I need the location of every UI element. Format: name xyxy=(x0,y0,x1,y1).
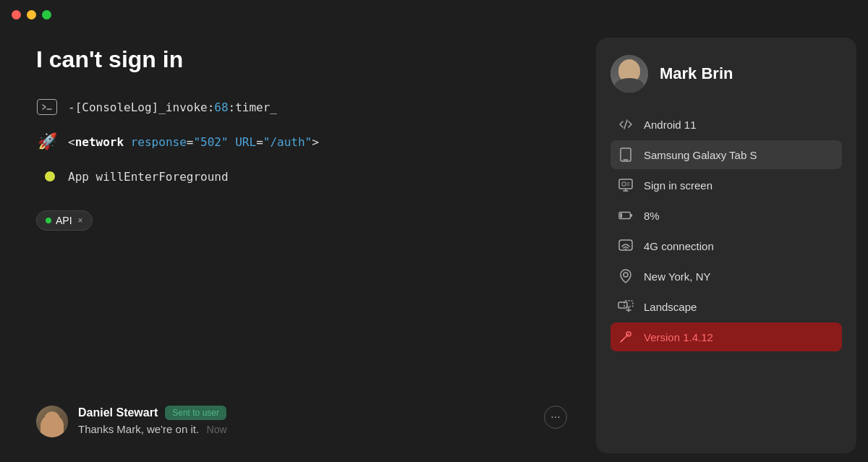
left-panel: I can't sign in -[ConsoleLog]_invoke:68:… xyxy=(0,29,596,462)
user-avatar xyxy=(610,55,648,93)
comment-actions: ··· xyxy=(544,406,567,429)
user-header: Mark Brin xyxy=(610,55,842,93)
console-icon xyxy=(36,96,58,118)
rocket-icon: 🚀 xyxy=(36,131,58,153)
comment-section: Daniel Stewart Sent to user Thanks Mark,… xyxy=(36,406,567,445)
info-row-device[interactable]: Samsung Galaxy Tab S xyxy=(610,140,842,169)
titlebar xyxy=(0,0,868,29)
info-row-connection: 4G connection xyxy=(610,231,842,260)
main-content: I can't sign in -[ConsoleLog]_invoke:68:… xyxy=(0,29,868,462)
info-row-version[interactable]: Version 1.4.12 xyxy=(610,322,842,351)
tag-label: API xyxy=(56,215,72,226)
svg-rect-12 xyxy=(620,213,622,218)
device-label: Samsung Galaxy Tab S xyxy=(644,149,757,161)
lifecycle-icon xyxy=(36,166,58,187)
sent-badge: Sent to user xyxy=(165,406,226,420)
more-button[interactable]: ··· xyxy=(544,406,567,429)
android-label: Android 11 xyxy=(644,119,697,131)
info-row-orientation: Landscape xyxy=(610,292,842,321)
svg-line-1 xyxy=(624,120,627,129)
list-item: App willEnterForeground xyxy=(36,166,567,187)
battery-icon xyxy=(618,208,634,223)
list-item: -[ConsoleLog]_invoke:68:timer_ xyxy=(36,96,567,118)
tag-close-button[interactable]: × xyxy=(78,215,83,226)
tag-dot xyxy=(46,218,51,223)
log-text-console: -[ConsoleLog]_invoke:68:timer_ xyxy=(68,100,277,114)
log-entries: -[ConsoleLog]_invoke:68:timer_ 🚀 <networ… xyxy=(36,96,567,187)
close-button[interactable] xyxy=(12,10,21,20)
info-row-location: New York, NY xyxy=(610,262,842,291)
orientation-icon xyxy=(618,299,634,315)
info-row-screen: Sign in screen xyxy=(610,171,842,200)
version-label: Version 1.4.12 xyxy=(644,331,713,343)
svg-rect-11 xyxy=(630,214,632,217)
svg-rect-17 xyxy=(624,301,633,307)
location-label: New York, NY xyxy=(644,270,711,283)
info-row-android: Android 11 xyxy=(610,110,842,139)
page-title: I can't sign in xyxy=(36,46,567,73)
user-info-list: Android 11 Samsung Galaxy Tab S xyxy=(610,110,842,351)
svg-rect-7 xyxy=(622,182,626,186)
comment-content: Daniel Stewart Sent to user Thanks Mark,… xyxy=(78,406,534,436)
orientation-label: Landscape xyxy=(644,301,697,313)
log-text-lifecycle: App willEnterForeground xyxy=(68,170,229,184)
comment-time: Now xyxy=(207,424,227,435)
maximize-button[interactable] xyxy=(42,10,51,20)
user-name: Mark Brin xyxy=(660,64,733,83)
screen-label: Sign in screen xyxy=(644,179,712,192)
device-icon xyxy=(618,147,634,163)
comment-header: Daniel Stewart Sent to user xyxy=(78,406,534,420)
minimize-button[interactable] xyxy=(27,10,36,20)
screen-icon xyxy=(618,177,634,193)
svg-point-15 xyxy=(624,273,628,277)
battery-label: 8% xyxy=(644,210,660,222)
location-icon xyxy=(618,268,634,284)
comment-text: Thanks Mark, we're on it. xyxy=(78,423,199,435)
svg-point-14 xyxy=(625,249,626,250)
api-tag[interactable]: API × xyxy=(36,210,93,231)
code-icon xyxy=(618,116,634,132)
comment-author: Daniel Stewart xyxy=(78,406,158,419)
wifi-icon xyxy=(618,238,634,254)
info-row-battery: 8% xyxy=(610,201,842,230)
wrench-icon xyxy=(618,329,634,345)
list-item: 🚀 <network response="502" URL="/auth"> xyxy=(36,131,567,153)
svg-rect-16 xyxy=(618,302,627,308)
right-panel: Mark Brin Android 11 xyxy=(596,38,856,453)
log-text-network: <network response="502" URL="/auth"> xyxy=(68,135,319,149)
avatar xyxy=(36,406,68,437)
tag-list: API × xyxy=(36,210,567,231)
comment-body: Thanks Mark, we're on it. Now xyxy=(78,423,534,436)
connection-label: 4G connection xyxy=(644,240,714,252)
